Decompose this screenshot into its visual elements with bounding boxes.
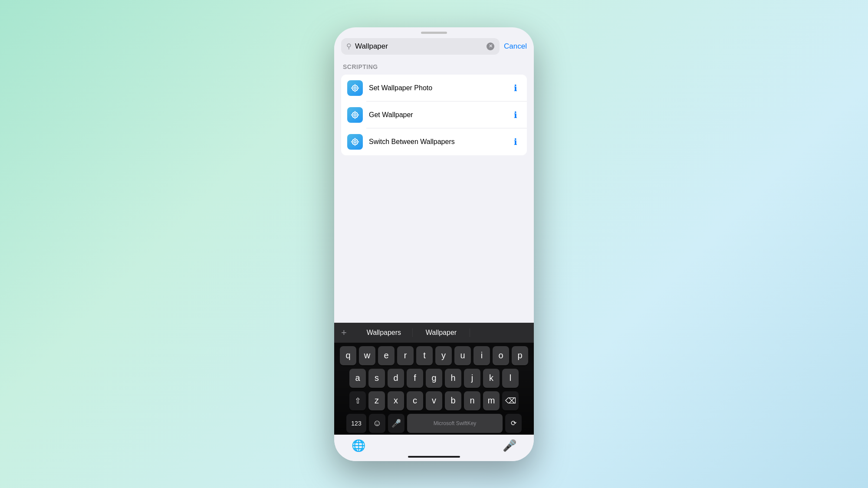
- key-c[interactable]: c: [407, 391, 423, 410]
- key-q[interactable]: q: [340, 346, 356, 365]
- key-j[interactable]: j: [464, 369, 480, 388]
- key-i[interactable]: i: [473, 346, 490, 365]
- key-a[interactable]: a: [349, 369, 366, 388]
- phone-frame: ⚲ Wallpaper ✕ Cancel Scripting Set Wallp…: [334, 27, 534, 461]
- key-x[interactable]: x: [388, 391, 404, 410]
- result-item-set-wallpaper-photo[interactable]: Set Wallpaper Photo ℹ: [341, 75, 527, 102]
- results-list: Set Wallpaper Photo ℹ Get Wallpaper ℹ: [341, 75, 527, 155]
- key-g[interactable]: g: [426, 369, 442, 388]
- key-m[interactable]: m: [483, 391, 500, 410]
- get-wallpaper-icon: [347, 107, 363, 123]
- numbers-key[interactable]: 123: [346, 414, 366, 433]
- space-key[interactable]: Microsoft SwiftKey: [407, 414, 503, 433]
- key-n[interactable]: n: [464, 391, 480, 410]
- key-d[interactable]: d: [388, 369, 404, 388]
- cancel-button[interactable]: Cancel: [504, 42, 527, 51]
- key-b[interactable]: b: [445, 391, 461, 410]
- key-e[interactable]: e: [378, 346, 395, 365]
- autocomplete-plus-button[interactable]: +: [341, 327, 347, 338]
- result-item-get-wallpaper[interactable]: Get Wallpaper ℹ: [341, 102, 527, 128]
- search-bar[interactable]: ⚲ Wallpaper ✕: [341, 38, 500, 55]
- get-wallpaper-label: Get Wallpaper: [369, 111, 504, 119]
- key-w[interactable]: w: [359, 346, 375, 365]
- key-t[interactable]: t: [416, 346, 433, 365]
- switch-wallpapers-info-button[interactable]: ℹ: [510, 137, 521, 147]
- search-query: Wallpaper: [355, 42, 483, 51]
- key-h[interactable]: h: [445, 369, 461, 388]
- set-wallpaper-info-button[interactable]: ℹ: [510, 83, 521, 93]
- home-indicator: [408, 456, 460, 458]
- key-p[interactable]: p: [512, 346, 528, 365]
- autocomplete-word-1[interactable]: Wallpapers: [355, 328, 412, 337]
- key-k[interactable]: k: [483, 369, 500, 388]
- key-y[interactable]: y: [435, 346, 452, 365]
- key-v[interactable]: v: [426, 391, 442, 410]
- set-wallpaper-icon: [347, 80, 363, 96]
- section-header: Scripting: [341, 63, 527, 70]
- key-s[interactable]: s: [368, 369, 385, 388]
- keyboard-rows: q w e r t y u i o p a s d f g h j k: [334, 343, 534, 435]
- backspace-key[interactable]: ⌫: [502, 391, 519, 410]
- key-r[interactable]: r: [397, 346, 414, 365]
- search-key[interactable]: ⟳: [505, 414, 522, 433]
- key-row-2: a s d f g h j k l: [336, 369, 532, 388]
- key-row-4: 123 ☺ 🎤 Microsoft SwiftKey ⟳: [336, 414, 532, 433]
- search-icon: ⚲: [346, 42, 352, 50]
- set-wallpaper-photo-label: Set Wallpaper Photo: [369, 84, 504, 92]
- key-u[interactable]: u: [454, 346, 471, 365]
- search-bar-area: ⚲ Wallpaper ✕ Cancel: [334, 34, 534, 55]
- autocomplete-word-2[interactable]: Wallpaper: [413, 328, 470, 337]
- get-wallpaper-info-button[interactable]: ℹ: [510, 110, 521, 120]
- clear-button[interactable]: ✕: [487, 43, 494, 50]
- autocomplete-words: Wallpapers Wallpaper: [355, 328, 527, 337]
- switch-wallpaper-icon: [347, 134, 363, 150]
- key-row-3: ⇧ z x c v b n m ⌫: [336, 391, 532, 410]
- keyboard-area: + Wallpapers Wallpaper q w e r t y u i o: [334, 323, 534, 435]
- mic-icon[interactable]: 🎤: [503, 439, 516, 452]
- key-row-1: q w e r t y u i o p: [336, 346, 532, 365]
- mic-key[interactable]: 🎤: [388, 414, 404, 433]
- autocomplete-bar: + Wallpapers Wallpaper: [334, 323, 534, 343]
- results-area: Scripting Set Wallpaper Photo ℹ: [334, 55, 534, 323]
- switch-wallpapers-label: Switch Between Wallpapers: [369, 138, 504, 146]
- globe-icon[interactable]: 🌐: [352, 439, 365, 452]
- shift-key[interactable]: ⇧: [349, 391, 366, 410]
- result-item-switch-wallpapers[interactable]: Switch Between Wallpapers ℹ: [341, 128, 527, 155]
- key-f[interactable]: f: [407, 369, 423, 388]
- key-o[interactable]: o: [493, 346, 509, 365]
- key-l[interactable]: l: [502, 369, 519, 388]
- key-z[interactable]: z: [368, 391, 385, 410]
- emoji-key[interactable]: ☺: [369, 414, 385, 433]
- autocomplete-word-3[interactable]: [470, 328, 527, 337]
